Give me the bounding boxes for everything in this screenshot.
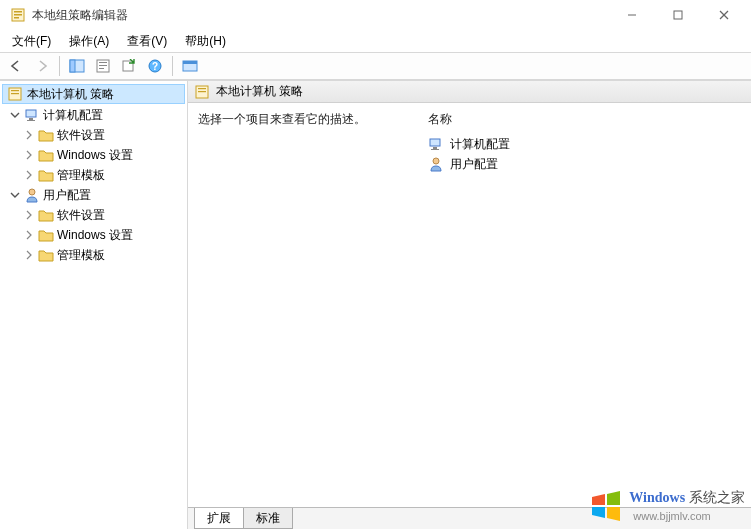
list-item-label: 用户配置: [450, 156, 498, 173]
svg-rect-5: [674, 11, 682, 19]
panes-button[interactable]: [65, 55, 89, 77]
tree-node-software-settings[interactable]: 软件设置: [0, 205, 187, 225]
close-button[interactable]: [701, 0, 747, 30]
svg-rect-18: [183, 61, 197, 64]
svg-point-32: [433, 158, 439, 164]
tree-node-software-settings[interactable]: 软件设置: [0, 125, 187, 145]
help-button[interactable]: ?: [143, 55, 167, 77]
tree-label: 计算机配置: [43, 107, 103, 124]
toolbar: ?: [0, 52, 751, 80]
detail-pane: 本地计算机 策略 选择一个项目来查看它的描述。 名称 计算机配置 用户配置 扩展…: [188, 81, 751, 529]
svg-rect-30: [433, 147, 437, 149]
svg-marker-34: [607, 491, 620, 505]
maximize-button[interactable]: [655, 0, 701, 30]
svg-rect-11: [99, 62, 107, 63]
svg-rect-28: [198, 91, 206, 92]
svg-rect-22: [26, 110, 36, 117]
chevron-right-icon[interactable]: [23, 249, 35, 261]
list-item-label: 计算机配置: [450, 136, 510, 153]
tree-node-admin-templates[interactable]: 管理模板: [0, 165, 187, 185]
nav-back-button[interactable]: [4, 55, 28, 77]
folder-icon: [38, 207, 54, 223]
watermark-url: www.bjjmlv.com: [633, 510, 710, 522]
column-header-name[interactable]: 名称: [428, 111, 741, 128]
menu-help[interactable]: 帮助(H): [177, 31, 234, 52]
tree-label: Windows 设置: [57, 227, 133, 244]
svg-rect-29: [430, 139, 440, 146]
tree-node-user-config[interactable]: 用户配置: [0, 185, 187, 205]
folder-icon: [38, 127, 54, 143]
menu-view[interactable]: 查看(V): [119, 31, 175, 52]
chevron-right-icon[interactable]: [23, 149, 35, 161]
tree-pane[interactable]: 本地计算机 策略 计算机配置 软件设置 Windows 设置 管理模板: [0, 81, 188, 529]
policy-root-icon: [7, 86, 23, 102]
chevron-right-icon[interactable]: [23, 209, 35, 221]
chevron-right-icon[interactable]: [23, 169, 35, 181]
chevron-down-icon[interactable]: [9, 189, 21, 201]
tree-node-computer-config[interactable]: 计算机配置: [0, 105, 187, 125]
policy-icon: [194, 84, 210, 100]
tree-label: 软件设置: [57, 127, 105, 144]
svg-marker-33: [592, 494, 605, 505]
watermark: Windows 系统之家 www.bjjmlv.com: [589, 489, 745, 523]
tree-root-label: 本地计算机 策略: [27, 86, 114, 103]
chevron-right-icon[interactable]: [23, 129, 35, 141]
folder-icon: [38, 147, 54, 163]
folder-icon: [38, 167, 54, 183]
svg-rect-2: [14, 14, 22, 16]
toolbar-separator: [59, 56, 60, 76]
menu-bar: 文件(F) 操作(A) 查看(V) 帮助(H): [0, 30, 751, 52]
description-column: 选择一个项目来查看它的描述。: [198, 111, 398, 499]
chevron-right-icon[interactable]: [23, 229, 35, 241]
svg-rect-1: [14, 11, 22, 13]
list-item-computer-config[interactable]: 计算机配置: [428, 134, 741, 154]
computer-icon: [428, 136, 444, 152]
minimize-button[interactable]: [609, 0, 655, 30]
app-icon: [10, 7, 26, 23]
svg-text:?: ?: [152, 61, 158, 72]
svg-marker-36: [607, 507, 620, 521]
computer-icon: [24, 107, 40, 123]
svg-rect-9: [70, 60, 75, 72]
menu-action[interactable]: 操作(A): [61, 31, 117, 52]
workspace: 本地计算机 策略 计算机配置 软件设置 Windows 设置 管理模板: [0, 80, 751, 529]
tree-node-windows-settings[interactable]: Windows 设置: [0, 225, 187, 245]
chevron-down-icon[interactable]: [9, 109, 21, 121]
svg-point-25: [29, 189, 35, 195]
tab-extended[interactable]: 扩展: [194, 508, 244, 529]
svg-rect-12: [99, 65, 107, 66]
menu-file[interactable]: 文件(F): [4, 31, 59, 52]
folder-icon: [38, 247, 54, 263]
user-icon: [428, 156, 444, 172]
toolbar-separator: [172, 56, 173, 76]
detail-header-title: 本地计算机 策略: [216, 83, 303, 100]
svg-rect-27: [198, 88, 206, 89]
svg-rect-23: [29, 118, 33, 120]
tab-standard[interactable]: 标准: [243, 508, 293, 529]
nav-forward-button[interactable]: [30, 55, 54, 77]
svg-rect-20: [11, 90, 19, 91]
tree-label: 用户配置: [43, 187, 91, 204]
tree-label: 管理模板: [57, 167, 105, 184]
list-item-user-config[interactable]: 用户配置: [428, 154, 741, 174]
description-text: 选择一个项目来查看它的描述。: [198, 111, 398, 128]
svg-rect-24: [27, 120, 35, 121]
properties-button[interactable]: [91, 55, 115, 77]
export-button[interactable]: [117, 55, 141, 77]
watermark-brand: Windows: [629, 490, 685, 505]
tree-node-windows-settings[interactable]: Windows 设置: [0, 145, 187, 165]
detail-header: 本地计算机 策略: [188, 81, 751, 103]
svg-marker-35: [592, 507, 605, 518]
folder-icon: [38, 227, 54, 243]
detail-body: 选择一个项目来查看它的描述。 名称 计算机配置 用户配置: [188, 103, 751, 507]
show-hide-button[interactable]: [178, 55, 202, 77]
user-icon: [24, 187, 40, 203]
svg-rect-21: [11, 93, 19, 94]
tree-node-admin-templates[interactable]: 管理模板: [0, 245, 187, 265]
tree-root[interactable]: 本地计算机 策略: [2, 84, 185, 104]
windows-logo-icon: [589, 489, 623, 523]
window-title: 本地组策略编辑器: [32, 7, 609, 24]
svg-rect-3: [14, 17, 19, 19]
tree-label: 管理模板: [57, 247, 105, 264]
title-bar: 本地组策略编辑器: [0, 0, 751, 30]
